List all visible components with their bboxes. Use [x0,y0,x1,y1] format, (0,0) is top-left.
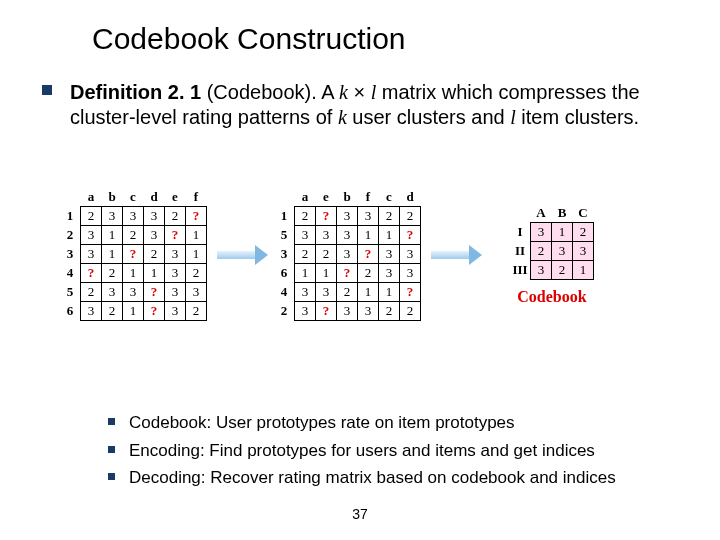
def-k2: k [338,106,347,128]
matrix-1: abcdef123332?23123?1331?2314?211325233?3… [60,188,207,321]
matrices-row: abcdef123332?23123?1331?2314?211325233?3… [60,188,594,321]
def-paren: (Codebook). A [201,81,339,103]
sub-bullet: Encoding: Find prototypes for users and … [108,438,616,464]
bullet-icon [108,473,115,480]
bullet-icon [42,85,52,95]
sub-bullet-text: Decoding: Recover rating matrix based on… [129,465,616,491]
definition-text: Definition 2. 1 (Codebook). A k × l matr… [70,80,670,130]
codebook-label: Codebook [510,288,594,306]
codebook-matrix: ABCI312II233III321 [510,204,594,280]
bullet-icon [108,446,115,453]
slide-title: Codebook Construction [92,22,406,56]
def-lead: Definition 2. 1 [70,81,201,103]
arrow-icon [427,248,482,262]
codebook-wrap: ABCI312II233III321 Codebook [510,204,594,306]
sub-bullet: Decoding: Recover rating matrix based on… [108,465,616,491]
def-t3: item clusters. [516,106,639,128]
sub-bullet-text: Codebook: User prototypes rate on item p… [129,410,515,436]
def-times: × [348,81,371,103]
def-k: k [339,81,348,103]
bullet-icon [108,418,115,425]
sub-bullets: Codebook: User prototypes rate on item p… [108,410,616,493]
sub-bullet: Codebook: User prototypes rate on item p… [108,410,616,436]
matrix-2: aebfcd12?3322533311?3223?33611?233433211… [274,188,421,321]
arrow-icon [213,248,268,262]
page-number: 37 [0,506,720,522]
sub-bullet-text: Encoding: Find prototypes for users and … [129,438,595,464]
def-t2: user clusters and [347,106,510,128]
